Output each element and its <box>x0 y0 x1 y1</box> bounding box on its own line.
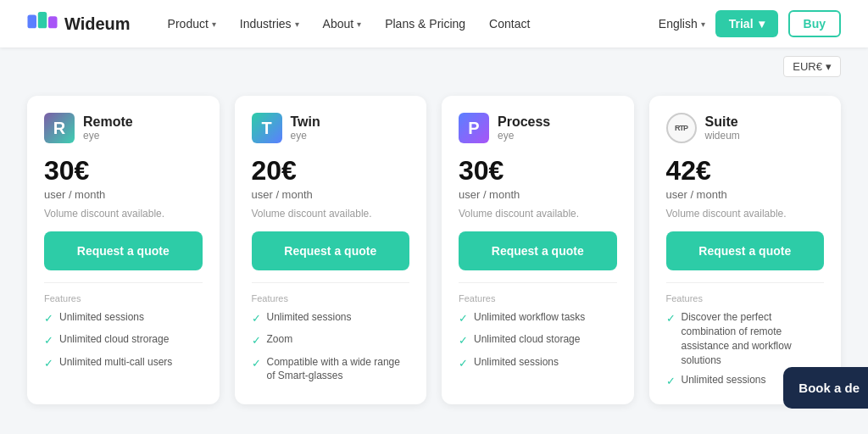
chevron-down-icon: ▾ <box>212 19 216 29</box>
feature-item: ✓ Unlimited cloud storage <box>459 332 617 348</box>
request-quote-suite[interactable]: Request a quote <box>666 231 825 270</box>
features-label-process: Features <box>459 293 617 303</box>
product-sub-twin: eye <box>291 130 320 142</box>
logo-text: Wideum <box>64 14 131 34</box>
nav-plans-pricing[interactable]: Plans & Pricing <box>375 12 476 36</box>
product-header-suite: RTP Suite wideum <box>666 113 825 143</box>
feature-item: ✓ Zoom <box>252 332 410 348</box>
product-sub-remote: eye <box>83 130 133 142</box>
feature-item: ✓ Unlimited sessions <box>44 310 203 326</box>
feature-item: ✓ Unlimited workflow tasks <box>459 310 617 326</box>
feature-item: ✓ Unlimited cloud strorage <box>44 332 203 348</box>
nav-industries[interactable]: Industries ▾ <box>230 12 309 36</box>
volume-discount-twin: Volume discount available. <box>252 208 410 220</box>
price-row-twin: 20€ <box>252 155 410 186</box>
product-header-process: P Process eye <box>459 113 617 143</box>
product-logo-twin: T <box>252 113 282 143</box>
language-selector[interactable]: English ▾ <box>659 17 705 31</box>
pricing-card-twin: T Twin eye 20€ user / month Volume disco… <box>235 96 427 404</box>
price-per-remote: user / month <box>44 188 203 201</box>
currency-bar: EUR€ ▾ <box>0 47 868 86</box>
nav-about[interactable]: About ▾ <box>313 12 372 36</box>
price-per-suite: user / month <box>666 188 825 201</box>
features-remote: Features ✓ Unlimited sessions ✓ Unlimite… <box>44 282 203 386</box>
main-nav: Product ▾ Industries ▾ About ▾ Plans & P… <box>158 12 659 36</box>
svg-rect-1 <box>38 12 47 28</box>
check-icon: ✓ <box>44 356 53 371</box>
check-icon: ✓ <box>666 374 676 389</box>
volume-discount-remote: Volume discount available. <box>44 208 203 220</box>
pricing-card-remote: R Remote eye 30€ user / month Volume dis… <box>27 96 220 404</box>
price-amount-process: 30€ <box>459 155 504 186</box>
feature-item: ✓ Discover the perfect combination of re… <box>666 310 825 367</box>
trial-button[interactable]: Trial ▾ <box>715 10 778 37</box>
book-demo-button[interactable]: Book a de <box>783 367 868 409</box>
suite-logo-circle: RTP <box>666 113 697 143</box>
header-right: English ▾ Trial ▾ Buy <box>659 10 841 37</box>
svg-rect-0 <box>28 15 37 29</box>
check-icon: ✓ <box>459 311 468 326</box>
buy-button[interactable]: Buy <box>788 10 841 37</box>
product-header-remote: R Remote eye <box>44 113 203 143</box>
chevron-down-icon: ▾ <box>295 19 299 29</box>
features-label-suite: Features <box>666 293 825 303</box>
chevron-down-icon: ▾ <box>701 19 705 29</box>
price-amount-twin: 20€ <box>252 155 297 186</box>
features-twin: Features ✓ Unlimited sessions ✓ Zoom ✓ C… <box>252 282 410 398</box>
feature-item: ✓ Compatible with a wide range of Smart-… <box>252 355 410 384</box>
nav-product[interactable]: Product ▾ <box>158 12 226 36</box>
request-quote-process[interactable]: Request a quote <box>459 231 617 270</box>
product-name-area-twin: Twin eye <box>291 114 320 142</box>
price-row-suite: 42€ <box>666 155 825 186</box>
product-sub-suite: wideum <box>705 130 740 142</box>
svg-rect-2 <box>48 16 58 28</box>
feature-item: ✓ Unlimited sessions <box>459 355 617 371</box>
check-icon: ✓ <box>252 356 261 371</box>
feature-item: ✓ Unlimited sessions <box>252 310 410 326</box>
check-icon: ✓ <box>459 356 468 371</box>
nav-contact[interactable]: Contact <box>479 12 540 36</box>
price-per-process: user / month <box>459 188 617 201</box>
check-icon: ✓ <box>44 311 53 326</box>
product-logo-process: P <box>459 113 489 143</box>
check-icon: ✓ <box>459 333 468 348</box>
price-row-remote: 30€ <box>44 155 203 186</box>
product-name-process: Process <box>498 114 550 130</box>
chevron-down-icon: ▾ <box>826 60 832 73</box>
price-row-process: 30€ <box>459 155 617 186</box>
check-icon: ✓ <box>252 311 261 326</box>
request-quote-remote[interactable]: Request a quote <box>44 231 203 270</box>
currency-selector[interactable]: EUR€ ▾ <box>783 56 841 77</box>
features-process: Features ✓ Unlimited workflow tasks ✓ Un… <box>459 282 617 386</box>
pricing-card-suite: RTP Suite wideum 42€ user / month Volume… <box>649 96 842 404</box>
volume-discount-suite: Volume discount available. <box>666 208 825 220</box>
volume-discount-process: Volume discount available. <box>459 208 617 220</box>
product-name-suite: Suite <box>705 114 740 130</box>
logo[interactable]: Wideum <box>27 12 131 36</box>
chevron-down-icon: ▾ <box>357 19 361 29</box>
main-header: Wideum Product ▾ Industries ▾ About ▾ Pl… <box>0 0 868 47</box>
product-name-area-process: Process eye <box>498 114 550 142</box>
product-logo-suite: RTP <box>666 113 697 143</box>
pricing-card-process: P Process eye 30€ user / month Volume di… <box>442 96 634 404</box>
product-name-area-suite: Suite wideum <box>705 114 740 142</box>
check-icon: ✓ <box>44 333 53 348</box>
features-label-remote: Features <box>44 293 203 303</box>
feature-item: ✓ Unlimited multi-call users <box>44 355 203 371</box>
product-name-area-remote: Remote eye <box>83 114 133 142</box>
product-name-twin: Twin <box>291 114 320 130</box>
features-label-twin: Features <box>252 293 410 303</box>
product-sub-process: eye <box>498 130 550 142</box>
check-icon: ✓ <box>666 311 676 326</box>
request-quote-twin[interactable]: Request a quote <box>252 231 410 270</box>
price-amount-remote: 30€ <box>44 155 89 186</box>
pricing-grid: R Remote eye 30€ user / month Volume dis… <box>0 86 868 404</box>
product-logo-remote: R <box>44 113 75 143</box>
price-per-twin: user / month <box>252 188 410 201</box>
product-header-twin: T Twin eye <box>252 113 410 143</box>
chevron-down-icon: ▾ <box>759 17 765 31</box>
price-amount-suite: 42€ <box>666 155 711 186</box>
product-name-remote: Remote <box>83 114 133 130</box>
check-icon: ✓ <box>252 333 261 348</box>
